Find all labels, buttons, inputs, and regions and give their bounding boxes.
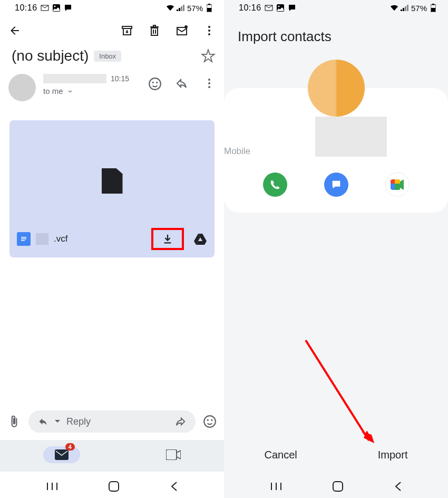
svg-point-21 bbox=[208, 86, 210, 88]
back-icon[interactable] bbox=[8, 24, 21, 37]
sender-more-icon[interactable] bbox=[203, 77, 216, 90]
svg-rect-28 bbox=[55, 449, 69, 460]
import-button-row: Cancel Import bbox=[224, 438, 448, 472]
page-title: Import contacts bbox=[224, 16, 448, 60]
phone-icon bbox=[269, 179, 281, 190]
mail-tab[interactable]: 4 bbox=[43, 446, 80, 463]
home-nav-icon[interactable] bbox=[332, 481, 344, 492]
signal-icon bbox=[177, 4, 185, 12]
home-nav-icon[interactable] bbox=[108, 481, 120, 492]
status-bar-right: 10:16 57% bbox=[224, 0, 448, 16]
video-icon bbox=[166, 449, 181, 460]
archive-icon[interactable] bbox=[121, 24, 133, 37]
chat-status-icon bbox=[288, 4, 296, 12]
download-button-highlighted[interactable] bbox=[151, 228, 184, 250]
contacts-screen: 10:16 57% Import contacts Mobile bbox=[224, 0, 448, 498]
gmail-status-icon bbox=[265, 4, 273, 12]
cancel-button[interactable]: Cancel bbox=[265, 449, 297, 461]
svg-point-35 bbox=[278, 6, 279, 7]
svg-rect-8 bbox=[207, 8, 211, 12]
reply-input[interactable]: Reply bbox=[28, 410, 196, 433]
gmail-screen: 10:16 57% (no subject) Inbox bbox=[0, 0, 224, 498]
file-extension: .vcf bbox=[54, 234, 67, 244]
photo-status-icon bbox=[52, 4, 61, 12]
emoji-icon[interactable] bbox=[203, 415, 217, 428]
svg-rect-42 bbox=[431, 8, 435, 12]
forward-icon[interactable] bbox=[174, 416, 186, 427]
svg-point-19 bbox=[208, 79, 210, 81]
svg-rect-3 bbox=[179, 8, 180, 11]
recents-nav-icon[interactable] bbox=[270, 482, 282, 491]
status-time: 10:16 bbox=[15, 3, 37, 13]
svg-rect-22 bbox=[21, 237, 26, 238]
status-time: 10:16 bbox=[239, 3, 261, 13]
svg-rect-5 bbox=[183, 5, 184, 11]
contact-actions bbox=[224, 167, 448, 197]
svg-point-18 bbox=[156, 82, 158, 83]
back-nav-icon[interactable] bbox=[170, 481, 178, 492]
attachment-card[interactable]: .vcf bbox=[9, 120, 215, 257]
battery-percentage: 57% bbox=[411, 4, 427, 13]
svg-point-17 bbox=[152, 82, 154, 83]
emoji-react-icon[interactable] bbox=[148, 77, 161, 90]
battery-icon bbox=[429, 4, 437, 12]
svg-point-14 bbox=[208, 30, 210, 32]
sender-avatar[interactable] bbox=[8, 74, 36, 101]
download-icon bbox=[162, 233, 173, 245]
signal-icon bbox=[401, 4, 409, 12]
star-icon[interactable] bbox=[201, 49, 216, 63]
back-nav-icon[interactable] bbox=[394, 481, 402, 492]
sender-row: 10:15 to me bbox=[0, 71, 224, 104]
mark-unread-icon[interactable] bbox=[176, 24, 188, 37]
svg-point-27 bbox=[211, 419, 212, 421]
chat-status-icon bbox=[64, 4, 72, 12]
attach-icon[interactable] bbox=[7, 415, 21, 428]
wifi-icon bbox=[390, 4, 398, 12]
unread-badge: 4 bbox=[65, 443, 75, 451]
inbox-badge[interactable]: Inbox bbox=[94, 51, 121, 62]
video-call-button[interactable] bbox=[385, 173, 410, 197]
chevron-down-icon bbox=[66, 88, 74, 95]
import-button[interactable]: Import bbox=[378, 449, 408, 461]
svg-point-12 bbox=[184, 25, 188, 28]
doc-type-icon bbox=[17, 232, 31, 246]
wifi-icon bbox=[166, 4, 174, 12]
reply-icon[interactable] bbox=[176, 77, 188, 90]
svg-rect-29 bbox=[166, 449, 177, 460]
svg-point-20 bbox=[208, 82, 210, 84]
contact-detail-redacted bbox=[315, 117, 387, 157]
svg-rect-33 bbox=[109, 482, 119, 491]
svg-rect-38 bbox=[405, 6, 406, 11]
gmail-status-icon bbox=[41, 4, 49, 12]
recipient-row[interactable]: to me bbox=[43, 87, 141, 95]
drive-icon[interactable] bbox=[193, 232, 207, 246]
email-subject: (no subject) bbox=[12, 47, 89, 64]
mail-icon bbox=[55, 449, 69, 460]
svg-rect-24 bbox=[21, 240, 25, 241]
reply-bar: Reply bbox=[0, 403, 224, 440]
svg-point-25 bbox=[204, 416, 216, 427]
svg-point-1 bbox=[54, 6, 55, 7]
more-icon[interactable] bbox=[203, 24, 216, 37]
svg-rect-37 bbox=[403, 8, 404, 11]
video-tab[interactable] bbox=[166, 449, 181, 460]
call-button[interactable] bbox=[263, 173, 287, 197]
svg-point-13 bbox=[208, 26, 210, 28]
subject-row: (no subject) Inbox bbox=[0, 45, 224, 71]
email-time: 10:15 bbox=[111, 74, 129, 83]
contact-avatar bbox=[308, 60, 365, 117]
svg-point-15 bbox=[208, 33, 210, 35]
svg-point-16 bbox=[149, 78, 161, 90]
nav-bar-left bbox=[0, 472, 224, 498]
photo-status-icon bbox=[276, 4, 285, 12]
chat-icon bbox=[330, 179, 342, 190]
to-text: to me bbox=[43, 87, 63, 95]
recents-nav-icon[interactable] bbox=[46, 482, 58, 491]
delete-icon[interactable] bbox=[148, 24, 161, 37]
svg-rect-47 bbox=[333, 482, 343, 491]
nav-bar-right bbox=[224, 472, 448, 498]
message-button[interactable] bbox=[324, 173, 348, 197]
battery-percentage: 57% bbox=[187, 4, 203, 13]
file-name-redacted bbox=[36, 233, 48, 245]
contact-card: Mobile bbox=[224, 88, 448, 213]
